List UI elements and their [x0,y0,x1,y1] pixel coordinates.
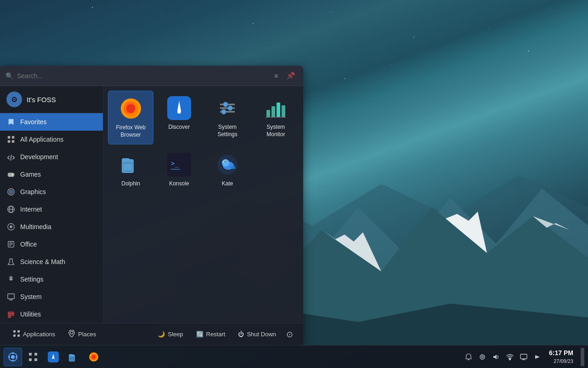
system-icon [6,292,16,301]
taskbar-kde-button[interactable] [4,348,22,366]
sleep-button[interactable]: 🌙 Sleep [151,328,189,340]
svg-point-53 [224,161,226,163]
clock-widget[interactable]: 6:17 PM 27/09/23 [545,349,577,365]
svg-rect-21 [8,294,14,299]
science-icon [6,257,16,266]
sleep-icon: 🌙 [158,331,165,338]
user-header: ⚙ It's FOSS [0,86,103,113]
sidebar-item-development-label: Development [20,153,58,161]
app-konsole-label: Konsole [169,180,189,188]
places-icon [68,330,75,339]
svg-rect-66 [34,353,37,356]
svg-rect-0 [8,136,10,138]
app-kate[interactable]: Kate [205,147,250,193]
taskbar: 6:17 PM 27/09/23 [0,345,588,368]
user-name: It's FOSS [27,96,56,104]
sidebar-item-utilities[interactable]: Utilities [0,305,103,323]
sidebar-item-settings-label: Settings [20,276,44,283]
taskbar-task-manager[interactable] [24,348,42,366]
svg-line-4 [11,155,11,161]
svg-point-9 [9,190,13,194]
tray-network[interactable] [504,351,516,363]
user-avatar: ⚙ [6,92,22,107]
svg-point-60 [11,355,15,359]
graphics-icon [6,187,16,196]
tray-expand[interactable] [531,351,543,363]
globe-icon [6,205,16,214]
sidebar-item-science-math[interactable]: Science & Math [0,253,103,270]
sidebar-item-graphics[interactable]: Graphics [0,183,103,201]
svg-point-75 [509,358,511,360]
tray-notifications[interactable] [463,351,475,363]
svg-rect-1 [12,136,14,138]
search-filter-button[interactable]: ≡ [272,71,280,80]
code-icon [6,152,16,161]
shutdown-label: Shut Down [247,331,276,338]
applications-button[interactable]: Applications [6,327,62,341]
sleep-label: Sleep [168,331,183,338]
clock-time: 6:17 PM [549,349,573,358]
sidebar-item-settings[interactable]: Settings [0,270,103,288]
svg-marker-79 [535,355,540,359]
svg-rect-3 [12,140,14,143]
sidebar-item-favorites[interactable]: Favorites [0,113,103,131]
svg-rect-55 [17,330,20,333]
sidebar-item-office[interactable]: Office [0,236,103,253]
svg-rect-43 [282,105,285,117]
sidebar-item-internet[interactable]: Internet [0,201,103,218]
taskbar-dolphin[interactable] [64,348,83,366]
app-kate-label: Kate [222,180,233,188]
clock-date: 27/09/23 [554,358,573,365]
app-firefox-label: Firefox Web Browser [112,124,149,138]
svg-point-37 [228,106,232,110]
app-system-monitor[interactable]: System Monitor [253,91,299,144]
taskbar-discover[interactable] [44,348,62,366]
app-system-settings[interactable]: System Settings [205,91,250,144]
system-tray: 6:17 PM 27/09/23 [463,348,584,366]
tray-audio[interactable] [476,351,488,363]
sidebar-item-office-label: Office [20,241,37,248]
sidebar-item-system[interactable]: System [0,288,103,305]
sidebar-item-internet-label: Internet [20,206,42,213]
app-firefox[interactable]: Firefox Web Browser [108,91,153,144]
grid-icon [6,135,16,144]
sidebar-item-multimedia[interactable]: Multimedia [0,218,103,236]
places-label: Places [78,331,96,338]
app-discover-label: Discover [169,124,190,131]
app-konsole[interactable]: >_ Konsole [156,147,202,193]
app-dolphin[interactable]: Dolphin [108,147,153,193]
search-bar: 🔍 ≡ 📌 [0,66,303,86]
svg-rect-65 [29,353,32,356]
launcher-footer: Applications Places 🌙 Sleep 🔄 Restart ⏻ … [0,323,303,345]
restart-button[interactable]: 🔄 Restart [190,328,232,340]
tray-volume[interactable] [490,351,502,363]
system-monitor-icon [264,96,288,120]
sidebar-item-system-label: System [20,293,42,300]
tray-display[interactable] [518,351,530,363]
launcher-close-button[interactable]: ⊙ [283,328,297,341]
sidebar-item-favorites-label: Favorites [20,118,47,126]
search-pin-button[interactable]: 📌 [284,70,298,81]
search-icon: 🔍 [6,72,13,80]
app-discover[interactable]: Discover [156,91,202,144]
places-button[interactable]: Places [62,327,102,341]
app-system-settings-label: System Settings [209,124,247,138]
svg-rect-41 [271,106,275,117]
show-desktop-button[interactable] [581,348,584,366]
applications-label: Applications [23,331,55,338]
sidebar-item-multimedia-label: Multimedia [20,223,51,230]
svg-text:>_: >_ [171,160,179,167]
search-input[interactable] [17,72,268,80]
utilities-icon [6,310,16,319]
svg-point-72 [92,355,96,359]
svg-rect-54 [13,330,16,333]
svg-point-61 [12,352,14,354]
sidebar-item-all-applications[interactable]: All Applications [0,131,103,148]
sidebar-item-development[interactable]: Development [0,148,103,166]
office-icon [6,240,16,249]
sidebar-item-games[interactable]: Games [0,166,103,183]
shutdown-button[interactable]: ⏻ Shut Down [232,328,283,340]
taskbar-firefox[interactable] [85,348,103,366]
apps-grid: Firefox Web Browser Discover [108,91,299,193]
svg-rect-76 [520,354,527,359]
